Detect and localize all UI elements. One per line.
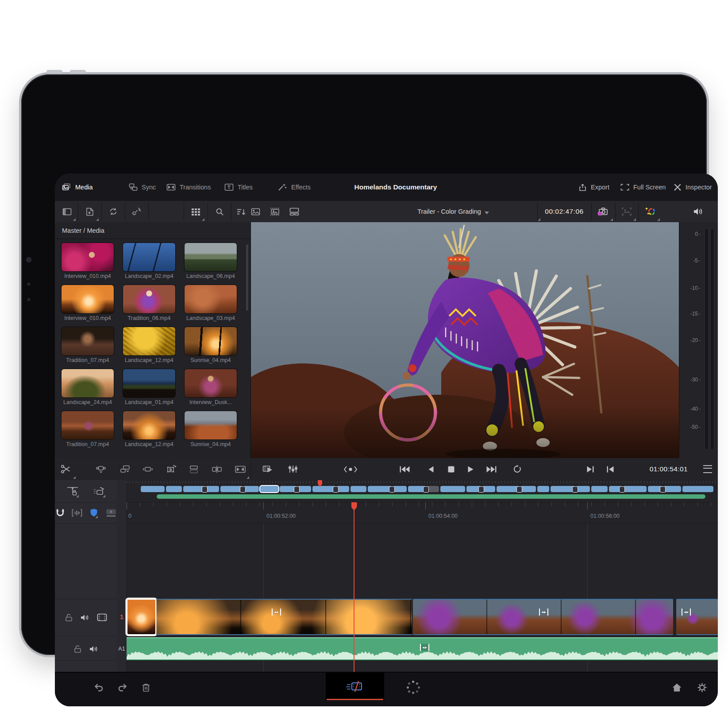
tab-transitions[interactable]: Transitions	[166, 173, 211, 201]
media-clip[interactable]: Tradition_06.mp4	[123, 285, 176, 321]
minimap-clip[interactable]	[427, 486, 439, 492]
media-clip[interactable]: Interview_010.mp4	[61, 285, 114, 321]
snapping-magnet-button[interactable]	[55, 506, 65, 520]
minimap-clip[interactable]	[141, 486, 165, 492]
home-button[interactable]	[667, 676, 686, 698]
relink-media-button[interactable]	[127, 201, 147, 222]
media-clip[interactable]: Sunrise_04.mp4	[184, 411, 237, 447]
media-clip[interactable]: Tradition_07.mp4	[61, 327, 114, 363]
scrub-audio-button[interactable]	[258, 458, 278, 480]
color-boost-button[interactable]	[639, 201, 661, 222]
previous-clip-button[interactable]	[395, 458, 414, 480]
playhead-line[interactable]	[354, 502, 354, 672]
volume-down-button[interactable]	[70, 70, 86, 73]
undo-button[interactable]	[89, 676, 109, 698]
minimap-clip[interactable]	[368, 486, 392, 492]
minimap-clip[interactable]	[609, 486, 622, 492]
next-clip-button[interactable]	[481, 458, 501, 480]
minimap-clip[interactable]	[312, 486, 335, 492]
media-scrollbar[interactable]	[246, 244, 248, 311]
redo-button[interactable]	[112, 676, 132, 698]
replace-clip-button[interactable]	[138, 458, 158, 480]
minimap-clip[interactable]	[466, 486, 481, 492]
timeline-ruler[interactable]: 0 01:00:52:00 01:00:54:00 01:00:56:00	[127, 502, 718, 524]
step-back-button[interactable]	[421, 458, 440, 480]
track-mute-icon[interactable]	[89, 645, 99, 653]
minimap-clip[interactable]	[551, 486, 575, 492]
minimap-clip[interactable]	[591, 486, 608, 492]
go-to-end-button[interactable]	[581, 458, 600, 480]
monitor-audio-button[interactable]	[679, 201, 718, 223]
ripple-overwrite-button[interactable]	[184, 458, 204, 480]
minimap-clip[interactable]	[664, 486, 681, 492]
tab-sync[interactable]: Sync	[129, 173, 156, 201]
minimap-clip[interactable]	[648, 486, 663, 492]
place-on-top-button[interactable]	[161, 458, 181, 480]
color-page-tab[interactable]	[404, 676, 423, 698]
loop-button[interactable]	[507, 458, 527, 480]
minimap-clip[interactable]	[440, 486, 465, 492]
cut-tool-button[interactable]	[55, 458, 77, 480]
minimap-clip[interactable]	[576, 486, 590, 492]
minimap-clip[interactable]	[166, 486, 182, 492]
track-enable-icon[interactable]	[97, 613, 107, 621]
track-mute-icon[interactable]	[80, 613, 90, 622]
split-clip-button[interactable]	[207, 458, 227, 480]
media-clip[interactable]: Landscape_02.mp4	[123, 243, 176, 279]
minimap-clip[interactable]	[260, 486, 278, 492]
minimap-clip[interactable]	[393, 486, 407, 492]
tab-media[interactable]: Media	[62, 173, 93, 201]
audio-track-a1[interactable]: ◂▸	[127, 637, 718, 660]
minimap-clip[interactable]	[520, 486, 536, 492]
media-clip[interactable]: Landscape_06.mp4	[184, 243, 237, 279]
speed-change-marker[interactable]: ◂▸	[420, 644, 429, 651]
inspector-button[interactable]: Inspector	[674, 173, 712, 201]
timeline-options-menu[interactable]	[697, 458, 718, 480]
tab-titles[interactable]: Titles	[224, 173, 253, 201]
media-clip[interactable]: Tradition_07.mp4	[61, 411, 114, 447]
minimap-clip[interactable]	[408, 486, 426, 492]
minimap-clip[interactable]	[337, 486, 349, 492]
media-clip[interactable]: Landscape_01.mp4	[123, 369, 176, 405]
media-clip[interactable]: Interview_010.mp4	[61, 243, 114, 279]
media-clip[interactable]: Interview_Dusk...	[184, 369, 237, 405]
minimap-clip[interactable]	[482, 486, 495, 492]
media-clip[interactable]: Sunrise_04.mp4	[184, 327, 237, 363]
timeline-clip[interactable]	[676, 599, 718, 635]
smooth-cut-button[interactable]	[230, 458, 250, 480]
import-media-button[interactable]	[80, 201, 100, 222]
speed-change-marker[interactable]: ◂▸	[539, 609, 548, 616]
stop-button[interactable]	[442, 458, 460, 480]
minimap-clip[interactable]	[206, 486, 219, 492]
speed-change-marker[interactable]: ◂▸	[272, 609, 281, 616]
minimap-clip[interactable]	[537, 486, 549, 492]
play-button[interactable]	[461, 458, 480, 480]
timeline-clip[interactable]	[156, 599, 412, 635]
minimap-clip[interactable]	[351, 486, 366, 492]
minimap-clip[interactable]	[497, 486, 519, 492]
speed-change-marker[interactable]: ◂▸	[682, 609, 691, 616]
breadcrumb[interactable]: Master / Media	[55, 222, 250, 239]
settings-button[interactable]	[692, 676, 712, 698]
jog-control[interactable]	[336, 458, 365, 480]
insert-clip-button[interactable]	[91, 458, 111, 480]
media-clip[interactable]: Landscape_12.mp4	[123, 327, 176, 363]
scene-detect-button[interactable]	[616, 201, 637, 222]
search-button[interactable]	[209, 201, 230, 222]
minimap-clip[interactable]	[183, 486, 204, 492]
grid-view-button[interactable]	[185, 201, 206, 222]
overwrite-clip-button[interactable]	[116, 458, 135, 480]
minimap-clip[interactable]	[298, 486, 311, 492]
go-to-start-button[interactable]	[600, 458, 620, 480]
panel-toggle-button[interactable]	[57, 201, 77, 222]
strip-view-button[interactable]	[285, 201, 304, 222]
minimap-clip[interactable]	[280, 486, 297, 492]
full-screen-button[interactable]: Full Screen	[620, 173, 666, 201]
minimap-clip[interactable]	[623, 486, 647, 492]
timeline-selector[interactable]: Trailer - Color Grading	[365, 201, 542, 222]
playhead-lock-button[interactable]	[65, 484, 80, 499]
track-lock-icon[interactable]	[65, 613, 73, 622]
delete-button[interactable]	[136, 676, 156, 698]
add-track-button[interactable]	[105, 506, 117, 520]
capture-still-button[interactable]	[592, 201, 614, 222]
